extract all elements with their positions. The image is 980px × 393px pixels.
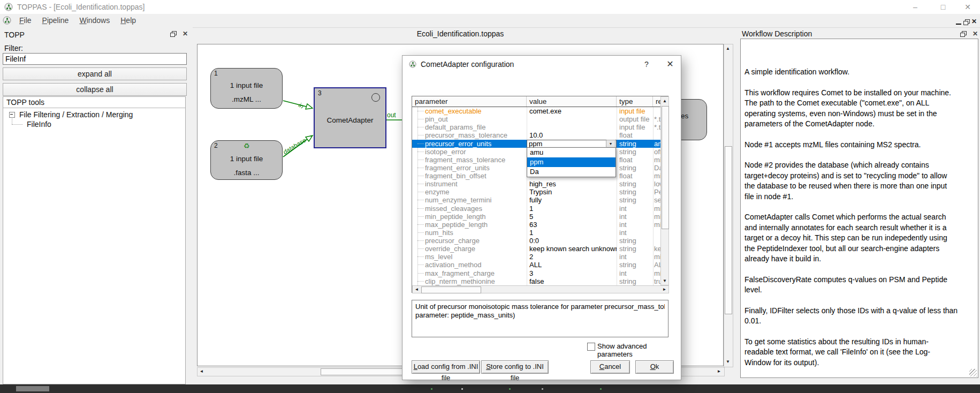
workflow-description-text[interactable]: A simple identification workflow.This wo… — [740, 39, 978, 378]
scroll-up-icon[interactable]: ▲ — [661, 97, 668, 105]
dropdown-option-ppm[interactable]: ppm — [527, 157, 616, 167]
param-row-num_hits[interactable]: num_hits1int — [412, 229, 660, 237]
table-vscrollbar[interactable]: ▲ ▼ — [660, 96, 669, 285]
float-panel-icon[interactable] — [170, 31, 176, 36]
column-value[interactable]: value — [527, 96, 617, 107]
param-row-clip_nterm_methionine[interactable]: clip_nterm_methioninefalsestringtrue — [412, 277, 660, 285]
dropdown-option-Da[interactable]: Da — [527, 167, 616, 177]
param-value[interactable]: ppm▼ — [527, 140, 617, 148]
param-value[interactable]: comet.exe — [527, 107, 617, 115]
param-value[interactable]: Trypsin — [527, 188, 617, 196]
param-row-min_peptide_length[interactable]: min_peptide_length5intmin — [412, 213, 660, 221]
param-value[interactable] — [527, 115, 617, 123]
mdi-close-icon[interactable]: ✕ — [971, 18, 977, 25]
float-panel-icon[interactable] — [960, 31, 966, 36]
param-name: ms_level — [425, 253, 452, 261]
param-value[interactable]: 10.0 — [527, 131, 617, 139]
param-row-instrument[interactable]: instrumenthigh_resstringlow — [412, 180, 660, 188]
tree-branch — [417, 264, 424, 265]
canvas-vscrollbar[interactable]: ▲ ▼ — [724, 44, 733, 367]
menu-item-file[interactable]: File — [14, 14, 37, 27]
param-row-max_peptide_length[interactable]: max_peptide_length63intmin — [412, 221, 660, 229]
node-1-input-mzml[interactable]: 1 1 input file .mzML ... — [210, 68, 283, 109]
tree-group-file-filtering[interactable]: File Filtering / Extraction / Merging — [3, 110, 185, 119]
param-value[interactable]: ALL — [527, 261, 617, 269]
column-parameter[interactable]: parameter — [412, 96, 527, 107]
param-value[interactable]: false — [527, 277, 617, 285]
param-row-precursor_mass_tolerance[interactable]: precursor_mass_tolerance10.0float — [412, 131, 660, 139]
column-type[interactable]: type — [617, 96, 653, 107]
param-row-ms_level[interactable]: ms_level2intmin — [412, 253, 660, 261]
node-2-input-fasta[interactable]: 2 ♻ 1 input file .fasta ... — [210, 140, 283, 180]
table-vscroll-thumb[interactable] — [662, 106, 669, 229]
store-config-button[interactable]: Store config to .INI file — [481, 360, 549, 374]
param-name: max_fragment_charge — [425, 269, 495, 277]
filter-input[interactable] — [3, 53, 187, 65]
param-value[interactable]: 5 — [527, 213, 617, 221]
dropdown-option-amu[interactable]: amu — [527, 148, 616, 157]
minimize-icon[interactable]: – — [906, 2, 924, 12]
param-row-override_charge[interactable]: override_chargekeep known search unknown… — [412, 245, 660, 253]
param-value[interactable]: 63 — [527, 221, 617, 229]
param-row-pin_out[interactable]: pin_outoutput file*.ts — [412, 115, 660, 123]
node-3-cometadapter[interactable]: 3 CometAdapter — [314, 87, 386, 148]
menu-item-help[interactable]: Help — [115, 14, 141, 27]
menu-item-pipeline[interactable]: Pipeline — [37, 14, 74, 27]
combobox-dropdown-icon[interactable]: ▼ — [606, 140, 616, 148]
param-value[interactable]: 3 — [527, 269, 617, 277]
scroll-right-icon[interactable]: ► — [715, 368, 723, 375]
param-row-max_fragment_charge[interactable]: max_fragment_charge3intmin — [412, 269, 660, 277]
table-header[interactable]: parameter value type res — [412, 96, 660, 107]
param-value[interactable]: high_res — [527, 180, 617, 188]
scroll-down-icon[interactable]: ▼ — [661, 277, 668, 285]
param-row-precursor_error_units[interactable]: precursor_error_unitsppm▼stringamu — [412, 140, 660, 148]
param-value[interactable]: fully — [527, 196, 617, 204]
scroll-left-icon[interactable]: ◄ — [197, 368, 206, 375]
topp-panel-controls: ✕ — [170, 31, 188, 37]
param-value[interactable]: 2 — [527, 253, 617, 261]
units-dropdown-popup[interactable]: amuppmDa — [527, 147, 616, 177]
table-hscrollbar[interactable]: ◄ ► — [412, 285, 669, 293]
param-row-activation_method[interactable]: activation_methodALLstringALL — [412, 261, 660, 269]
scroll-up-icon[interactable]: ▲ — [724, 44, 732, 52]
show-advanced-checkbox[interactable] — [587, 343, 595, 351]
dialog-title-bar[interactable]: CometAdapter configuration ? ✕ — [402, 56, 681, 73]
dialog-close-icon[interactable]: ✕ — [662, 58, 678, 71]
param-row-num_enzyme_termini[interactable]: num_enzyme_terminifullystringsem — [412, 196, 660, 204]
table-hscroll-thumb[interactable] — [421, 286, 481, 293]
close-panel-icon[interactable]: ✕ — [183, 31, 188, 37]
param-row-precursor_charge[interactable]: precursor_charge0:0string — [412, 237, 660, 245]
menu-item-windows[interactable]: Windows — [74, 14, 115, 27]
column-res[interactable]: res — [653, 96, 660, 107]
scroll-down-icon[interactable]: ▼ — [724, 358, 732, 366]
cancel-button[interactable]: Cancel — [590, 360, 630, 374]
vscroll-thumb[interactable] — [725, 146, 732, 314]
status-bar — [0, 384, 980, 393]
ok-button[interactable]: Ok — [635, 360, 674, 374]
help-icon[interactable]: ? — [639, 58, 655, 71]
param-value[interactable]: keep known search unknown — [527, 245, 617, 253]
param-row-default_params_file[interactable]: default_params_fileinput file*.ts — [412, 123, 660, 131]
expand-all-button[interactable]: expand all — [3, 67, 187, 80]
maximize-icon[interactable]: □ — [934, 2, 952, 12]
param-value[interactable] — [527, 123, 617, 131]
param-value[interactable]: 1 — [527, 229, 617, 237]
parameter-table: parameter value type res comet_executabl… — [412, 96, 668, 293]
mdi-minimize-icon[interactable] — [956, 18, 961, 25]
param-value[interactable]: 0:0 — [527, 237, 617, 245]
param-row-comet_executable[interactable]: comet_executablecomet.exeinput file — [412, 107, 660, 115]
value-combobox[interactable]: ppm▼ — [527, 140, 617, 148]
scroll-right-icon[interactable]: ► — [660, 286, 668, 293]
param-value[interactable]: 1 — [527, 205, 617, 213]
collapse-all-button[interactable]: collapse all — [3, 83, 187, 96]
scroll-left-icon[interactable]: ◄ — [413, 286, 421, 293]
resize-grip[interactable] — [969, 369, 977, 376]
close-panel-icon[interactable]: ✕ — [973, 31, 978, 37]
tree-item-fileinfo[interactable]: FileInfo — [3, 119, 185, 129]
param-row-enzyme[interactable]: enzymeTrypsinstringPep — [412, 188, 660, 196]
load-config-button[interactable]: Load config from .INI file — [412, 360, 480, 374]
param-row-missed_cleavages[interactable]: missed_cleavages1intmin — [412, 205, 660, 213]
param-type: input file — [617, 123, 653, 131]
close-icon[interactable]: ✕ — [959, 2, 977, 12]
mdi-restore-icon[interactable] — [963, 19, 969, 25]
